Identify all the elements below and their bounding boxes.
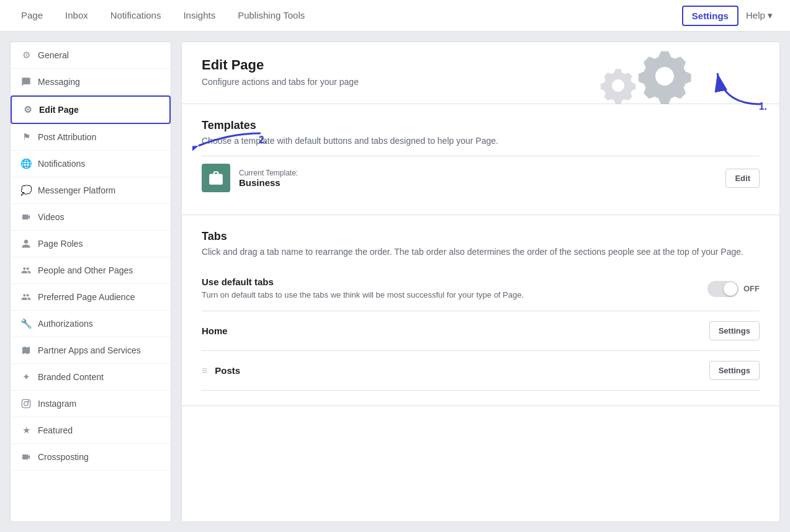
sidebar-item-featured[interactable]: ★ Featured [11, 417, 171, 444]
sidebar-item-messenger-platform[interactable]: 💭 Messenger Platform [11, 177, 171, 204]
messaging-icon [20, 76, 32, 87]
edit-page-icon: ⚙ [22, 104, 33, 115]
annotation-label-1: 1. [759, 101, 767, 112]
annotation-arrow-1: 1. [711, 61, 767, 112]
instagram-icon [20, 398, 32, 409]
sidebar-label-messenger-platform: Messenger Platform [38, 185, 115, 195]
gear-small-icon [599, 67, 637, 104]
sidebar-label-notifications: Notifications [38, 159, 85, 169]
gear-icon: ⚙ [20, 50, 32, 61]
sidebar-item-messaging[interactable]: Messaging [11, 69, 171, 95]
svg-rect-0 [22, 399, 30, 407]
sidebar-item-branded-content[interactable]: ✦ Branded Content [11, 364, 171, 391]
use-default-tabs-title: Use default tabs [202, 277, 707, 287]
sidebar-label-crossposting: Crossposting [38, 452, 89, 462]
sidebar-label-authorizations: Authorizations [38, 319, 93, 329]
toggle-thumb [724, 282, 737, 296]
help-menu[interactable]: Help ▾ [738, 0, 780, 32]
sidebar-item-instagram[interactable]: Instagram [11, 391, 171, 417]
sidebar-item-preferred-page-audience[interactable]: Preferred Page Audience [11, 284, 171, 311]
tabs-section: Tabs Click and drag a tab name to rearra… [182, 215, 779, 406]
sidebar-label-messaging: Messaging [38, 77, 80, 87]
sidebar-label-people-and-other-pages: People and Other Pages [38, 265, 133, 275]
person-icon [20, 238, 32, 249]
toggle-label: OFF [743, 284, 760, 293]
drag-handle-icon[interactable]: ≡ [202, 365, 207, 376]
template-edit-button[interactable]: Edit [725, 169, 760, 188]
sidebar-item-edit-page[interactable]: ⚙ Edit Page [11, 95, 171, 124]
flag-icon: ⚑ [20, 131, 32, 143]
top-nav: Page Inbox Notifications Insights Publis… [0, 0, 790, 32]
wrench-icon: 🔧 [20, 318, 32, 329]
audience-icon [20, 291, 32, 303]
sidebar-item-partner-apps[interactable]: Partner Apps and Services [11, 337, 171, 364]
nav-publishing-tools[interactable]: Publishing Tools [227, 0, 316, 32]
templates-section: Templates Choose a template with default… [182, 104, 779, 215]
chat-icon: 💭 [20, 185, 32, 196]
sidebar-item-crossposting[interactable]: Crossposting [11, 444, 171, 471]
gear-decoration [599, 48, 693, 104]
tab-item-home-label: Home [202, 326, 709, 336]
sidebar-item-notifications[interactable]: 🌐 Notifications [11, 151, 171, 177]
svg-point-1 [24, 402, 29, 406]
sidebar-item-general[interactable]: ⚙ General [11, 42, 171, 69]
sidebar-label-partner-apps: Partner Apps and Services [38, 345, 141, 355]
toggle-container[interactable]: OFF [707, 281, 760, 297]
use-default-tabs-info: Use default tabs Turn on default tabs to… [202, 277, 707, 301]
toggle-track[interactable] [707, 281, 738, 297]
use-default-tabs-row: Use default tabs Turn on default tabs to… [202, 267, 760, 311]
sidebar-label-instagram: Instagram [38, 399, 76, 409]
home-settings-button[interactable]: Settings [709, 321, 760, 340]
sidebar-label-featured: Featured [38, 425, 73, 435]
template-icon [202, 164, 230, 192]
sidebar-label-videos: Videos [38, 212, 65, 222]
sidebar: ⚙ General Messaging ⚙ Edit Page ⚑ Post A… [10, 42, 171, 522]
tabs-subtitle: Click and drag a tab name to rearrange t… [202, 247, 760, 257]
nav-insights[interactable]: Insights [172, 0, 227, 32]
template-current-label: Current Template: [239, 169, 717, 177]
tabs-title: Tabs [202, 230, 760, 243]
people-icon [20, 265, 32, 276]
tab-item-posts-label: Posts [215, 365, 709, 376]
branded-content-icon: ✦ [20, 371, 32, 383]
sidebar-label-post-attribution: Post Attribution [38, 132, 96, 142]
template-info: Current Template: Business [239, 169, 717, 188]
star-icon: ★ [20, 425, 32, 436]
templates-title: Templates [202, 119, 760, 132]
svg-point-2 [28, 401, 29, 402]
template-current-name: Business [239, 177, 717, 188]
tab-item-home: Home Settings [202, 311, 760, 351]
gear-large-icon [637, 48, 693, 104]
nav-inbox[interactable]: Inbox [54, 0, 99, 32]
video-icon [20, 211, 32, 223]
sidebar-label-edit-page: Edit Page [39, 105, 79, 115]
sidebar-item-authorizations[interactable]: 🔧 Authorizations [11, 311, 171, 337]
posts-settings-button[interactable]: Settings [709, 361, 760, 380]
sidebar-label-general: General [38, 50, 69, 60]
sidebar-item-people-and-other-pages[interactable]: People and Other Pages [11, 257, 171, 284]
page-header: Edit Page Configure actions and tabs for… [182, 42, 779, 104]
sidebar-item-videos[interactable]: Videos [11, 204, 171, 231]
crossposting-icon [20, 451, 32, 463]
sidebar-label-branded-content: Branded Content [38, 372, 104, 382]
sidebar-item-post-attribution[interactable]: ⚑ Post Attribution [11, 124, 171, 151]
box-icon [20, 345, 32, 356]
templates-subtitle: Choose a template with default buttons a… [202, 136, 760, 146]
main-layout: ⚙ General Messaging ⚙ Edit Page ⚑ Post A… [0, 32, 790, 532]
nav-notifications[interactable]: Notifications [99, 0, 173, 32]
template-row: Current Template: Business Edit [202, 156, 760, 200]
sidebar-label-preferred-page-audience: Preferred Page Audience [38, 292, 135, 302]
globe-icon: 🌐 [20, 158, 32, 169]
sidebar-label-page-roles: Page Roles [38, 239, 83, 249]
main-panel: Edit Page Configure actions and tabs for… [181, 42, 780, 522]
use-default-tabs-desc: Turn on default tabs to use the tabs we … [202, 290, 707, 301]
tab-item-posts: ≡ Posts Settings [202, 351, 760, 391]
nav-page[interactable]: Page [10, 0, 54, 32]
sidebar-item-page-roles[interactable]: Page Roles [11, 231, 171, 257]
settings-button[interactable]: Settings [682, 6, 738, 26]
